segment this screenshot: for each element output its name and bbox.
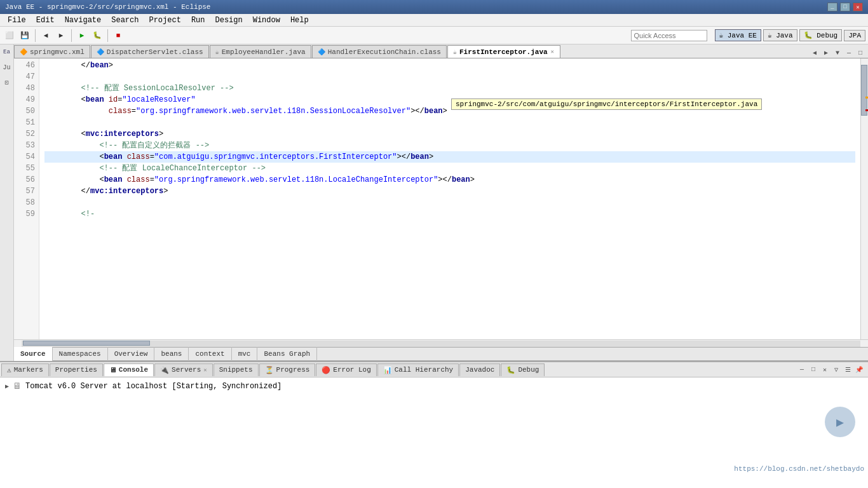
toolbar-debug[interactable]: 🐛 <box>90 29 104 43</box>
tab-menu[interactable]: ▼ <box>832 48 843 58</box>
bottom-panel-minimize[interactable]: — <box>797 365 807 375</box>
tab-scroll-left[interactable]: ◀ <box>810 48 820 58</box>
tab-maximize[interactable]: □ <box>855 48 865 58</box>
left-gutter: Ea Ju ⊡ <box>0 44 14 361</box>
servers-close[interactable]: ✕ <box>203 367 207 374</box>
gutter-icon-3[interactable]: ⊡ <box>2 78 12 88</box>
tab-firstinterceptor[interactable]: ☕ FirstInterceptor.java ✕ <box>447 45 560 58</box>
xml-tab-context[interactable]: context <box>189 347 231 361</box>
debug-label: Debug <box>518 366 539 374</box>
perspective-javaee[interactable]: ☕ Java EE <box>715 29 761 41</box>
xml-tab-source[interactable]: Source <box>14 347 53 361</box>
menu-edit[interactable]: Edit <box>31 15 60 26</box>
tab-springmvc-xml[interactable]: 🔶 springmvc.xml <box>14 45 90 58</box>
code-line-57: </mvc:interceptors> <box>44 187 168 196</box>
editor-area: Ea Ju ⊡ 🔶 springmvc.xml 🔷 DispatcherServ… <box>0 44 868 361</box>
tab-dispatcherservlet[interactable]: 🔷 DispatcherServlet.class <box>91 45 209 58</box>
maximize-button[interactable]: □ <box>840 3 850 11</box>
code-line-50: class="org.springframework.web.servlet.i… <box>44 107 447 116</box>
bottom-tab-errorlog[interactable]: 🔴 Error Log <box>316 363 376 376</box>
toolbar-stop[interactable]: ■ <box>111 29 125 43</box>
scrollbar-marker-2 <box>865 109 868 111</box>
javadoc-label: Javadoc <box>465 366 494 374</box>
snippets-label: Snippets <box>219 366 253 374</box>
tab-minimize[interactable]: — <box>844 48 854 58</box>
quick-access-container: ☕ Java EE ☕ Java 🐛 Debug JPA <box>631 29 866 41</box>
tab-container: 🔶 springmvc.xml 🔷 DispatcherServlet.clas… <box>14 44 868 361</box>
bottom-tab-markers[interactable]: ⚠ Markers <box>1 363 49 376</box>
code-line-48: <!-- 配置 SessionLocalResolver --> <box>44 84 234 93</box>
xml-icon: 🔶 <box>20 48 27 56</box>
bottom-tab-javadoc[interactable]: Javadoc <box>459 363 500 376</box>
markers-label: Markers <box>14 366 43 374</box>
gutter-icon-1[interactable]: Ea <box>2 47 12 57</box>
menu-design[interactable]: Design <box>210 15 247 26</box>
toolbar-forward[interactable]: ▶ <box>54 29 68 43</box>
tooltip-text: springmvc-2/src/com/atguigu/springmvc/in… <box>456 100 757 108</box>
menu-help[interactable]: Help <box>285 15 314 26</box>
scrollbar-thumb[interactable] <box>861 65 867 116</box>
bottom-tab-console[interactable]: 🖥 Console <box>104 363 154 376</box>
xml-tab-beans[interactable]: beans <box>154 347 189 361</box>
servers-label: Servers <box>172 366 201 374</box>
bottom-panel-maximize[interactable]: □ <box>808 365 818 375</box>
toolbar-back[interactable]: ◀ <box>39 29 53 43</box>
xml-tab-beans-graph[interactable]: Beans Graph <box>257 347 317 361</box>
h-scroll-thumb[interactable] <box>23 341 150 346</box>
server-expand[interactable]: ▶ <box>5 383 9 390</box>
tab-label-springmvc: springmvc.xml <box>30 48 85 56</box>
vertical-scrollbar[interactable] <box>860 58 868 339</box>
code-line-52: <mvc:interceptors> <box>44 130 163 139</box>
tab-bar-controls: ◀ ▶ ▼ — □ <box>810 48 868 58</box>
toolbar-run[interactable]: ▶ <box>75 29 89 43</box>
bottom-tab-servers[interactable]: 🔌 Servers ✕ <box>154 363 213 376</box>
horizontal-scrollbar[interactable] <box>14 339 868 347</box>
menu-run[interactable]: Run <box>186 15 210 26</box>
menu-search[interactable]: Search <box>106 15 144 26</box>
xml-tab-mvc[interactable]: mvc <box>232 347 258 361</box>
tab-close-firstinterceptor[interactable]: ✕ <box>550 48 555 55</box>
bottom-panel-close[interactable]: ✕ <box>820 365 830 375</box>
xml-tab-namespaces[interactable]: Namespaces <box>53 347 108 361</box>
tab-bar: 🔶 springmvc.xml 🔷 DispatcherServlet.clas… <box>14 44 868 58</box>
toolbar-save[interactable]: 💾 <box>18 29 32 43</box>
code-line-49: <bean id="localeResolver" <box>44 95 196 104</box>
menu-window[interactable]: Window <box>248 15 285 26</box>
console-label: Console <box>119 366 148 374</box>
perspective-debug[interactable]: 🐛 Debug <box>799 29 843 41</box>
bottom-tab-snippets[interactable]: Snippets <box>214 363 259 376</box>
perspective-java[interactable]: ☕ Java <box>763 29 797 41</box>
debug-icon: 🐛 <box>506 366 515 374</box>
quick-access-input[interactable] <box>631 30 707 41</box>
bottom-tab-properties[interactable]: Properties <box>50 363 103 376</box>
minimize-button[interactable]: _ <box>827 3 837 11</box>
window-controls[interactable]: _ □ ✕ <box>827 3 863 11</box>
bottom-tab-progress[interactable]: ⏳ Progress <box>259 363 316 376</box>
class-icon-2: 🔷 <box>318 48 325 56</box>
servers-icon: 🔌 <box>160 366 169 374</box>
h-scroll-track[interactable] <box>22 341 860 347</box>
close-button[interactable]: ✕ <box>853 3 863 11</box>
perspective-jpa[interactable]: JPA <box>844 30 865 41</box>
toolbar-new[interactable]: ⬜ <box>3 29 17 43</box>
menu-project[interactable]: Project <box>144 15 186 26</box>
tab-handlerchain[interactable]: 🔷 HandlerExecutionChain.class <box>312 45 447 58</box>
title-bar: Java EE - springmvc-2/src/springmvc.xml … <box>0 0 868 14</box>
bottom-panel-options[interactable]: ☰ <box>843 365 853 375</box>
bottom-tab-callhierarchy[interactable]: 📊 Call Hierarchy <box>377 363 459 376</box>
menu-navigate[interactable]: Navigate <box>60 15 107 26</box>
gutter-icon-2[interactable]: Ju <box>2 62 12 72</box>
watermark-url: https://blog.csdn.net/shetbaydo <box>734 465 864 473</box>
menu-file[interactable]: File <box>3 15 31 26</box>
line-numbers: 46 47 48 49 50 51 52 53 54 55 56 57 58 5… <box>14 58 39 339</box>
bottom-panel-view-menu[interactable]: ▽ <box>831 365 841 375</box>
tab-employeehandler[interactable]: ☕ EmployeeHandler.java <box>210 45 311 58</box>
code-line-55: <!-- 配置 LocaleChanceInterceptor --> <box>44 164 266 173</box>
xml-tab-overview[interactable]: Overview <box>108 347 155 361</box>
play-button[interactable]: ▶ <box>825 407 855 437</box>
progress-icon: ⏳ <box>265 366 274 374</box>
code-line-56: <bean class="org.springframework.web.ser… <box>44 175 475 184</box>
bottom-panel-pin[interactable]: 📌 <box>854 365 864 375</box>
bottom-tab-debug[interactable]: 🐛 Debug <box>501 363 545 376</box>
tab-scroll-right[interactable]: ▶ <box>821 48 831 58</box>
